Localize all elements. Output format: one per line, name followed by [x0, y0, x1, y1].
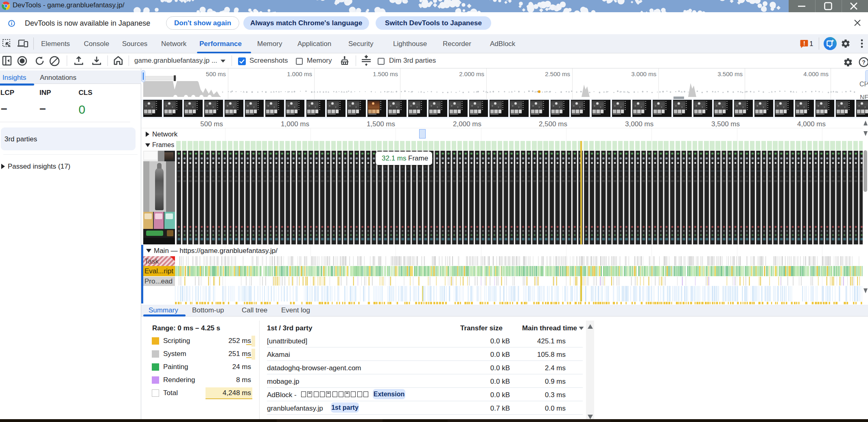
svg-text:?: ? [862, 59, 866, 66]
